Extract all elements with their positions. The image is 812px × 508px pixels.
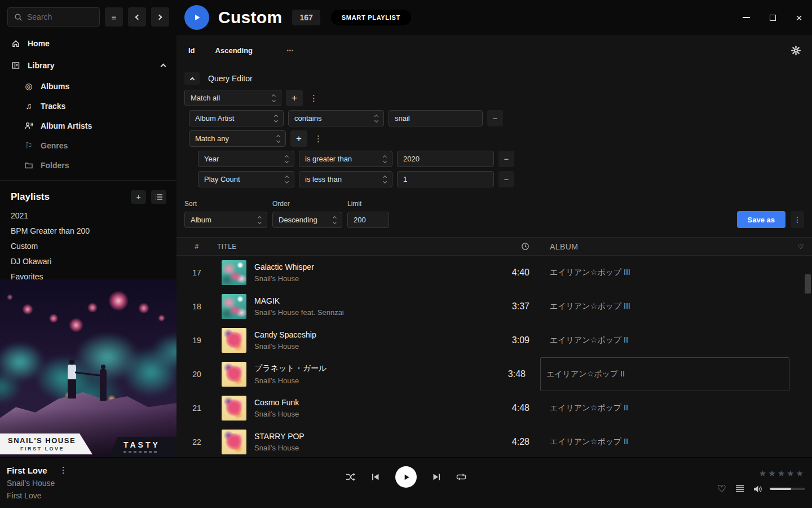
close-button[interactable]: × <box>795 13 804 22</box>
group-options-button[interactable]: ⋮ <box>307 93 320 103</box>
settings-gear-button[interactable] <box>791 46 801 55</box>
rule-operator-select[interactable]: is greater than <box>299 151 392 167</box>
sidebar-item-genres[interactable]: ⚐ Genres <box>0 135 176 155</box>
sidebar-item-tracks[interactable]: ♫ Tracks <box>0 96 176 116</box>
minimize-button[interactable] <box>742 13 751 22</box>
track-duration: 3:09 <box>493 335 529 345</box>
playlist-item[interactable]: DJ Okawari <box>0 254 176 269</box>
track-album: エイリアン☆ポップ III <box>550 301 789 312</box>
track-row[interactable]: 22 STARRY POP Snail’s House 4:28 エイリアン☆ポ… <box>176 425 812 457</box>
star-icon[interactable]: ★ <box>778 469 785 478</box>
rule-value-input[interactable] <box>397 151 494 167</box>
track-duration: 3:37 <box>493 301 529 312</box>
rule-field-select[interactable]: Year <box>198 151 294 167</box>
save-options-button[interactable]: ⋮ <box>791 211 804 228</box>
track-number: 19 <box>176 336 217 345</box>
add-rule-button[interactable]: + <box>286 90 303 106</box>
add-rule-button[interactable]: + <box>290 130 307 147</box>
search-box[interactable] <box>7 7 100 27</box>
remove-rule-button[interactable]: − <box>487 110 503 126</box>
previous-track-button[interactable] <box>371 472 380 481</box>
repeat-button[interactable] <box>456 472 466 481</box>
sort-select[interactable]: Album <box>184 212 267 228</box>
play-pause-button[interactable] <box>395 466 417 488</box>
volume-slider[interactable] <box>770 488 805 490</box>
column-header-album[interactable]: ALBUM <box>550 242 789 251</box>
remove-rule-button[interactable]: − <box>498 151 514 167</box>
column-header-favorite[interactable]: ♡ <box>789 243 812 251</box>
track-artist: Snail’s House <box>254 444 304 452</box>
now-playing-album-art: SNAIL'S HOUSE FIRST LOVE TASTY <box>0 279 176 457</box>
sort-field-button[interactable]: Id <box>188 46 195 55</box>
track-row[interactable]: 21 Cosmo Funk Snail’s House 4:48 エイリアン☆ポ… <box>176 391 812 425</box>
rule-field-select[interactable]: Album Artist <box>189 110 284 126</box>
track-duration: 4:48 <box>493 403 529 413</box>
track-album: エイリアン☆ポップ II <box>550 437 789 447</box>
favorite-heart-button[interactable]: ♡ <box>717 484 726 494</box>
sidebar-item-home[interactable]: Home <box>0 32 176 54</box>
track-row[interactable]: 20 プラネット・ガール Snail’s House 3:48 エイリアン☆ポッ… <box>176 357 812 391</box>
star-icon[interactable]: ★ <box>796 469 804 478</box>
sidebar-item-album-artists[interactable]: Album Artists <box>0 116 176 135</box>
match-type-select[interactable]: Match any <box>189 130 286 147</box>
query-editor-collapse-button[interactable] <box>184 72 200 85</box>
back-button[interactable] <box>128 7 146 27</box>
now-playing-options-button[interactable]: ⋮ <box>57 465 70 475</box>
limit-field-group: Limit <box>347 200 389 228</box>
window-controls: × <box>742 0 804 35</box>
scrollbar-thumb[interactable] <box>805 274 811 294</box>
sidebar: ≡ Home Library ◎ Albums ♫ <box>0 0 176 457</box>
column-header-title[interactable]: TITLE <box>217 243 493 251</box>
track-row[interactable]: 19 Candy Spaceship Snail’s House 3:09 エイ… <box>176 323 812 357</box>
order-select[interactable]: Descending <box>272 212 342 228</box>
rule-value-input[interactable] <box>397 171 494 187</box>
playlist-item[interactable]: Custom <box>0 239 176 254</box>
playlist-item[interactable]: 2021 <box>0 208 176 224</box>
select-value: Album <box>191 216 211 224</box>
maximize-button[interactable] <box>768 13 777 22</box>
playlist-item[interactable]: BPM Greater than 200 <box>0 224 176 239</box>
rule-value-input[interactable] <box>389 110 483 126</box>
play-playlist-button[interactable] <box>184 5 209 30</box>
search-input[interactable] <box>27 12 94 21</box>
column-header-duration[interactable] <box>493 242 529 251</box>
add-playlist-button[interactable]: + <box>131 190 146 204</box>
query-group-row: Match any + ⋮ <box>189 130 804 147</box>
limit-input[interactable] <box>347 212 389 228</box>
star-icon[interactable]: ★ <box>759 469 766 478</box>
collapse-chevron-icon[interactable] <box>161 63 166 69</box>
sidebar-item-folders[interactable]: Folders <box>0 155 176 175</box>
column-header-index[interactable]: # <box>176 243 217 251</box>
group-options-button[interactable]: ⋮ <box>312 134 325 144</box>
forward-button[interactable] <box>151 7 169 27</box>
volume-mute-button[interactable] <box>753 485 763 493</box>
select-arrows-icon <box>379 156 386 163</box>
query-rule-row: Album Artist contains − <box>189 110 804 126</box>
track-row[interactable]: 17 Galactic Whisper Snail’s House 4:40 エ… <box>176 256 812 290</box>
shuffle-button[interactable] <box>346 472 356 481</box>
rule-field-select[interactable]: Play Count <box>198 171 294 187</box>
track-row[interactable]: 18 MAGIK Snail’s House feat. Sennzai 3:3… <box>176 290 812 323</box>
sidebar-item-label: Genres <box>41 141 68 150</box>
remove-rule-button[interactable]: − <box>498 171 514 187</box>
playlist-list-button[interactable] <box>151 190 166 204</box>
menu-button[interactable]: ≡ <box>105 7 123 27</box>
save-as-button[interactable]: Save as <box>737 211 785 228</box>
queue-button[interactable] <box>735 485 744 493</box>
select-arrows-icon <box>272 135 280 142</box>
more-options-button[interactable]: ⋯ <box>286 46 295 55</box>
sidebar-item-library[interactable]: Library <box>0 54 176 76</box>
sort-order-button[interactable]: Ascending <box>215 46 253 55</box>
rule-operator-select[interactable]: contains <box>288 110 384 126</box>
now-playing-album: First Love <box>7 491 70 500</box>
star-icon[interactable]: ★ <box>768 469 775 478</box>
select-arrows-icon <box>268 95 275 102</box>
track-album-focused-cell[interactable]: エイリアン☆ポップ II <box>540 357 789 391</box>
sidebar-item-albums[interactable]: ◎ Albums <box>0 76 176 96</box>
album-art-figure <box>100 369 107 401</box>
star-icon[interactable]: ★ <box>787 469 794 478</box>
rule-operator-select[interactable]: is less than <box>299 171 392 187</box>
query-editor-header: Query Editor <box>184 71 804 86</box>
next-track-button[interactable] <box>432 472 441 481</box>
match-type-select[interactable]: Match all <box>184 90 281 106</box>
